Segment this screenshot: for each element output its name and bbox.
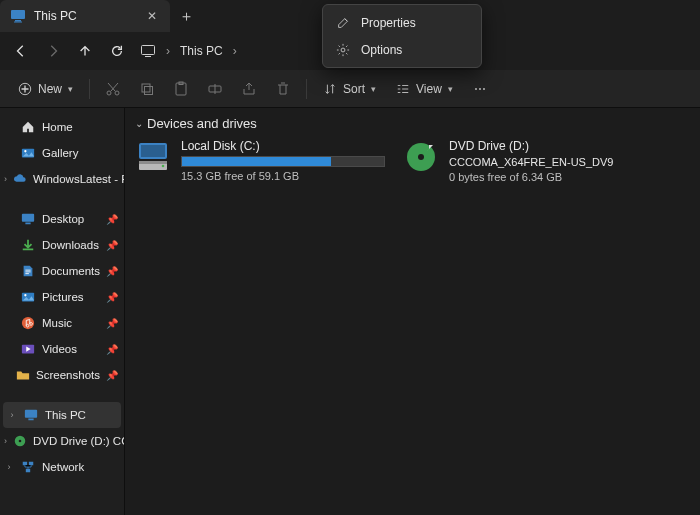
view-button[interactable]: View ▾ bbox=[388, 75, 461, 103]
more-button[interactable]: ⋯ bbox=[465, 75, 495, 103]
pin-icon: 📌 bbox=[106, 370, 118, 381]
sidebar-item-network[interactable]: › Network bbox=[0, 454, 124, 480]
documents-icon bbox=[20, 263, 36, 279]
chevron-right-icon: › bbox=[233, 44, 237, 58]
svg-point-6 bbox=[115, 91, 119, 95]
music-icon bbox=[20, 315, 36, 331]
gear-icon bbox=[335, 42, 351, 58]
chevron-down-icon: ▾ bbox=[68, 84, 73, 94]
svg-rect-25 bbox=[29, 462, 33, 466]
sidebar-label: Screenshots bbox=[36, 369, 100, 381]
forward-button[interactable] bbox=[38, 36, 68, 66]
pin-icon: 📌 bbox=[106, 344, 118, 355]
svg-point-17 bbox=[24, 294, 26, 296]
svg-rect-0 bbox=[11, 10, 25, 19]
section-devices-and-drives[interactable]: ⌄ Devices and drives bbox=[135, 116, 690, 131]
sidebar-item-downloads[interactable]: Downloads 📌 bbox=[0, 232, 124, 258]
chevron-right-icon: › bbox=[166, 44, 170, 58]
svg-rect-30 bbox=[139, 161, 167, 164]
tab-this-pc[interactable]: This PC ✕ bbox=[0, 0, 170, 32]
drive-volume-label: CCCOMA_X64FRE_EN-US_DV9 bbox=[449, 156, 623, 168]
content-area: ⌄ Devices and drives Local Disk (C:) bbox=[125, 108, 700, 515]
up-button[interactable] bbox=[70, 36, 100, 66]
drive-name: DVD Drive (D:) bbox=[449, 139, 623, 153]
sidebar-item-documents[interactable]: Documents 📌 bbox=[0, 258, 124, 284]
pin-icon: 📌 bbox=[106, 318, 118, 329]
expand-icon[interactable]: › bbox=[4, 462, 14, 472]
expand-icon[interactable]: › bbox=[7, 410, 17, 420]
drive-name: Local Disk (C:) bbox=[181, 139, 385, 153]
sidebar-label: This PC bbox=[45, 409, 86, 421]
svg-rect-15 bbox=[25, 223, 30, 225]
pictures-icon bbox=[20, 289, 36, 305]
menu-item-properties[interactable]: Properties bbox=[327, 9, 477, 36]
gallery-icon bbox=[20, 145, 36, 161]
context-menu: Properties Options bbox=[322, 4, 482, 68]
sidebar: Home Gallery › WindowsLatest - Pe Deskto… bbox=[0, 108, 125, 515]
svg-rect-1 bbox=[15, 20, 21, 22]
sidebar-label: Documents bbox=[42, 265, 100, 277]
back-button[interactable] bbox=[6, 36, 36, 66]
tab-title: This PC bbox=[34, 9, 136, 23]
drive-local-disk-c[interactable]: Local Disk (C:) 15.3 GB free of 59.1 GB bbox=[135, 139, 385, 183]
desktop-icon bbox=[20, 211, 36, 227]
usage-bar bbox=[181, 156, 385, 167]
breadcrumb-part[interactable]: This PC bbox=[180, 44, 223, 58]
svg-rect-7 bbox=[142, 84, 150, 92]
sidebar-label: Downloads bbox=[42, 239, 99, 251]
view-label: View bbox=[416, 82, 442, 96]
section-title: Devices and drives bbox=[147, 116, 257, 131]
svg-point-5 bbox=[107, 91, 111, 95]
sidebar-item-this-pc[interactable]: › This PC bbox=[3, 402, 121, 428]
copy-button[interactable] bbox=[132, 75, 162, 103]
paste-button[interactable] bbox=[166, 75, 196, 103]
sidebar-item-windowslatest[interactable]: › WindowsLatest - Pe bbox=[0, 166, 124, 192]
svg-rect-3 bbox=[142, 46, 155, 55]
sidebar-label: Videos bbox=[42, 343, 77, 355]
share-button[interactable] bbox=[234, 75, 264, 103]
svg-point-23 bbox=[19, 440, 22, 443]
delete-button[interactable] bbox=[268, 75, 298, 103]
svg-rect-14 bbox=[22, 214, 34, 222]
sidebar-item-pictures[interactable]: Pictures 📌 bbox=[0, 284, 124, 310]
cut-button[interactable] bbox=[98, 75, 128, 103]
chevron-down-icon: ▾ bbox=[448, 84, 453, 94]
sidebar-item-desktop[interactable]: Desktop 📌 bbox=[0, 206, 124, 232]
menu-item-options[interactable]: Options bbox=[327, 36, 477, 63]
svg-rect-26 bbox=[26, 469, 30, 473]
sidebar-item-dvd-drive[interactable]: › DVD Drive (D:) CCC bbox=[0, 428, 124, 454]
sidebar-item-videos[interactable]: Videos 📌 bbox=[0, 336, 124, 362]
disc-icon bbox=[13, 433, 27, 449]
properties-icon bbox=[335, 15, 351, 31]
sidebar-label: DVD Drive (D:) CCC bbox=[33, 435, 124, 447]
svg-rect-28 bbox=[141, 145, 165, 157]
network-icon bbox=[20, 459, 36, 475]
sidebar-label: Gallery bbox=[42, 147, 78, 159]
chevron-down-icon: ▾ bbox=[371, 84, 376, 94]
rename-button[interactable] bbox=[200, 75, 230, 103]
breadcrumb[interactable]: › This PC › bbox=[140, 43, 237, 59]
sidebar-item-home[interactable]: Home bbox=[0, 114, 124, 140]
drives-grid: Local Disk (C:) 15.3 GB free of 59.1 GB bbox=[135, 139, 690, 183]
expand-icon[interactable]: › bbox=[4, 174, 7, 184]
sidebar-item-music[interactable]: Music 📌 bbox=[0, 310, 124, 336]
refresh-button[interactable] bbox=[102, 36, 132, 66]
divider bbox=[89, 79, 90, 99]
sidebar-label: Music bbox=[42, 317, 72, 329]
sidebar-item-screenshots[interactable]: Screenshots 📌 bbox=[0, 362, 124, 388]
pin-icon: 📌 bbox=[106, 292, 118, 303]
hdd-icon bbox=[135, 139, 171, 175]
drive-subtitle: 15.3 GB free of 59.1 GB bbox=[181, 170, 385, 182]
this-pc-icon bbox=[23, 407, 39, 423]
sidebar-item-gallery[interactable]: Gallery bbox=[0, 140, 124, 166]
new-tab-button[interactable]: ＋ bbox=[170, 0, 202, 32]
new-button[interactable]: New ▾ bbox=[10, 75, 81, 103]
sort-button[interactable]: Sort ▾ bbox=[315, 75, 384, 103]
new-label: New bbox=[38, 82, 62, 96]
divider bbox=[306, 79, 307, 99]
drive-dvd-d[interactable]: DVD Drive (D:) CCCOMA_X64FRE_EN-US_DV9 0… bbox=[403, 139, 623, 183]
expand-icon[interactable]: › bbox=[4, 436, 7, 446]
tab-close-button[interactable]: ✕ bbox=[144, 8, 160, 24]
svg-point-34 bbox=[418, 154, 424, 160]
svg-rect-8 bbox=[145, 86, 153, 94]
